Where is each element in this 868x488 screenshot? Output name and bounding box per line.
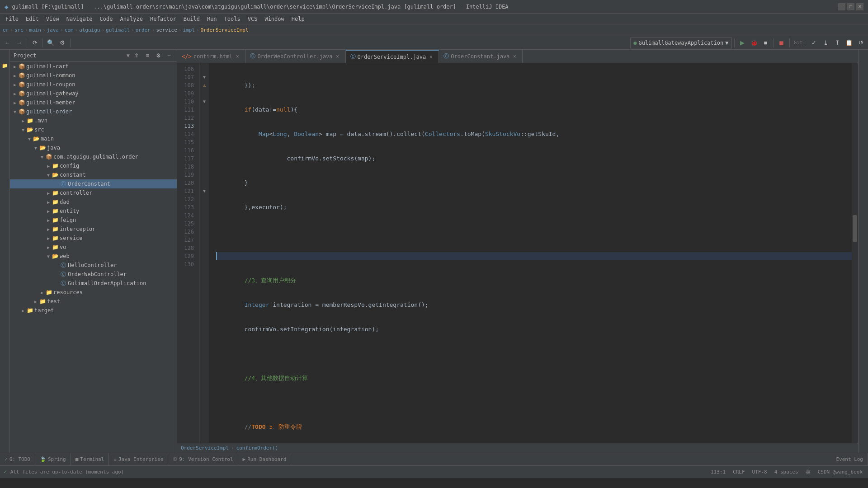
- minimize-button[interactable]: –: [838, 3, 845, 10]
- git-commit-button[interactable]: ✓: [808, 38, 819, 48]
- tree-vo[interactable]: ▶ 📁 vo: [10, 243, 177, 252]
- toolbar-search-button[interactable]: 🔍: [45, 38, 56, 48]
- fold-indicator[interactable]: ▼: [200, 73, 209, 81]
- breadcrumb-method[interactable]: confirmOrder(): [236, 445, 278, 451]
- git-push-button[interactable]: ⤒: [832, 38, 843, 48]
- sidebar-dropdown-icon[interactable]: ▼: [127, 52, 130, 59]
- tab-spring[interactable]: 🍃 Spring: [35, 453, 71, 466]
- code-editor[interactable]: }); if(data!=null){ Map<Long, Boolean> m…: [209, 63, 852, 443]
- tree-gulimall-gateway[interactable]: ▶ 📦 gulimall-gateway: [10, 89, 177, 98]
- tree-main[interactable]: ▼ 📂 main: [10, 134, 177, 143]
- tab-run-dashboard[interactable]: ▶ Run Dashboard: [238, 453, 292, 466]
- fold-indicator[interactable]: ▼: [200, 98, 209, 106]
- nav-java[interactable]: java: [47, 27, 59, 33]
- tree-constant[interactable]: ▼ 📂 constant: [10, 170, 177, 179]
- status-encoding[interactable]: UTF-8: [750, 468, 769, 477]
- git-revert-button[interactable]: ↺: [855, 38, 866, 48]
- tree-order-web-controller[interactable]: Ⓒ OrderWebController: [10, 270, 177, 279]
- tree-controller[interactable]: ▶ 📁 controller: [10, 188, 177, 197]
- stop-button[interactable]: ◼: [776, 38, 787, 48]
- tree-entity[interactable]: ▶ 📁 entity: [10, 206, 177, 216]
- breadcrumb-class[interactable]: OrderServiceImpl: [181, 445, 229, 451]
- tab-java-enterprise[interactable]: ☕ Java Enterprise: [109, 453, 168, 466]
- close-button[interactable]: ✕: [856, 3, 863, 10]
- tree-hello-controller[interactable]: Ⓒ HelloController: [10, 261, 177, 270]
- run-config-selector[interactable]: ● GulimallGatewayApplication ▼: [630, 38, 731, 48]
- tab-close-button[interactable]: ✕: [511, 53, 518, 60]
- tree-config[interactable]: ▶ 📁 config: [10, 161, 177, 170]
- status-indent[interactable]: 4 spaces: [773, 468, 800, 477]
- project-tool-icon[interactable]: 📁: [0, 52, 9, 79]
- git-history-button[interactable]: 📋: [844, 38, 854, 48]
- sidebar-settings-button[interactable]: ⚙: [154, 52, 162, 60]
- tree-gulimall-cart[interactable]: ▶ 📦 gulimall-cart: [10, 62, 177, 71]
- tree-gulimall-order-application[interactable]: Ⓒ GulimallOrderApplication: [10, 279, 177, 288]
- toolbar-settings-button[interactable]: ⚙: [57, 38, 68, 48]
- scroll-indicator[interactable]: [852, 63, 858, 443]
- menu-tools[interactable]: Tools: [221, 15, 244, 23]
- tab-order-constant[interactable]: Ⓒ OrderConstant.java ✕: [439, 50, 523, 63]
- toolbar-back-button[interactable]: ←: [2, 38, 13, 48]
- sidebar-scroll-top-button[interactable]: ⇑: [132, 52, 141, 60]
- tab-close-button[interactable]: ✕: [428, 54, 434, 60]
- nav-service[interactable]: service: [156, 27, 177, 33]
- tab-todo[interactable]: ✓ 6: TODO: [0, 453, 35, 466]
- status-line-ending[interactable]: CRLF: [731, 468, 747, 477]
- sidebar-minimize-button[interactable]: –: [165, 52, 173, 60]
- tree-interceptor[interactable]: ▶ 📁 interceptor: [10, 225, 177, 234]
- tree-gulimall-coupon[interactable]: ▶ 📦 gulimall-coupon: [10, 80, 177, 89]
- nav-atguigu[interactable]: atguigu: [79, 27, 100, 33]
- tree-gulimall-order[interactable]: ▼ 📦 gulimall-order: [10, 107, 177, 116]
- tree-web[interactable]: ▼ 📂 web: [10, 252, 177, 261]
- maximize-button[interactable]: □: [847, 3, 854, 10]
- tree-mvn[interactable]: ▶ 📁 .mvn: [10, 116, 177, 125]
- status-lang-icon[interactable]: 英: [804, 468, 812, 477]
- menu-window[interactable]: Window: [261, 15, 288, 23]
- menu-edit[interactable]: Edit: [22, 15, 42, 23]
- coverage-button[interactable]: ■: [760, 38, 771, 48]
- tree-target[interactable]: ▶ 📁 target: [10, 306, 177, 315]
- tab-close-button[interactable]: ✕: [335, 53, 341, 60]
- tab-version-control[interactable]: ① 9: Version Control: [168, 453, 238, 466]
- nav-main[interactable]: main: [29, 27, 41, 33]
- menu-help[interactable]: Help: [288, 15, 308, 23]
- tab-terminal[interactable]: ■ Terminal: [71, 453, 109, 466]
- toolbar-refresh-button[interactable]: ⟳: [29, 38, 40, 48]
- toolbar-forward-button[interactable]: →: [14, 38, 24, 48]
- tree-order-constant[interactable]: Ⓒ OrderConstant: [10, 179, 177, 188]
- menu-vcs[interactable]: VCS: [244, 15, 261, 23]
- menu-navigate[interactable]: Navigate: [63, 15, 96, 23]
- nav-class[interactable]: OrderServiceImpl: [201, 27, 249, 33]
- tree-gulimall-member[interactable]: ▶ 📦 gulimall-member: [10, 98, 177, 107]
- tree-package[interactable]: ▼ 📦 com.atguigu.gulimall.order: [10, 152, 177, 161]
- nav-src[interactable]: src: [14, 27, 24, 33]
- menu-code[interactable]: Code: [96, 15, 117, 23]
- menu-run[interactable]: Run: [203, 15, 221, 23]
- nav-order[interactable]: order: [136, 27, 151, 33]
- nav-com[interactable]: com: [65, 27, 74, 33]
- tree-resources[interactable]: ▶ 📁 resources: [10, 288, 177, 297]
- menu-view[interactable]: View: [42, 15, 63, 23]
- status-csdn[interactable]: CSDN @wang_book: [816, 468, 864, 477]
- nav-gulimall[interactable]: gulimall: [106, 27, 130, 33]
- fold-indicator[interactable]: [200, 65, 209, 73]
- menu-refactor[interactable]: Refactor: [146, 15, 180, 23]
- debug-button[interactable]: 🐞: [749, 38, 760, 48]
- fold-indicator[interactable]: ▼: [200, 187, 209, 195]
- menu-build[interactable]: Build: [180, 15, 203, 23]
- run-button[interactable]: ▶: [737, 38, 748, 48]
- menu-file[interactable]: File: [2, 15, 22, 23]
- status-position[interactable]: 113:1: [709, 468, 727, 477]
- tree-service[interactable]: ▶ 📁 service: [10, 234, 177, 243]
- tree-dao[interactable]: ▶ 📁 dao: [10, 197, 177, 206]
- tab-order-web-controller[interactable]: Ⓒ OrderWebController.java ✕: [245, 50, 345, 63]
- sidebar-collapse-all-button[interactable]: ≡: [143, 52, 151, 60]
- tree-java[interactable]: ▼ 📂 java: [10, 143, 177, 152]
- tree-feign[interactable]: ▶ 📁 feign: [10, 216, 177, 225]
- tab-event-log[interactable]: Event Log: [831, 453, 868, 466]
- nav-er[interactable]: er: [3, 27, 9, 33]
- tab-close-button[interactable]: ✕: [234, 53, 241, 60]
- menu-analyze[interactable]: Analyze: [116, 15, 146, 23]
- tree-test[interactable]: ▶ 📁 test: [10, 297, 177, 306]
- nav-impl[interactable]: impl: [183, 27, 195, 33]
